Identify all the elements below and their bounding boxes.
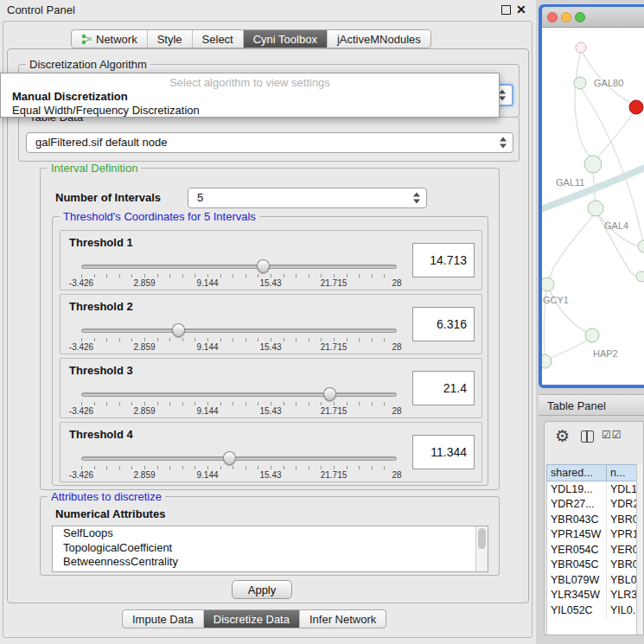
network-node[interactable] (588, 201, 603, 216)
network-edge (549, 214, 594, 280)
thresholds-group: Threshold's Coordinates for 5 Intervals … (52, 216, 488, 486)
attributes-list[interactable]: SelfLoopsTopologicalCoefficientBetweenne… (52, 526, 488, 572)
network-tab-icon (81, 34, 92, 45)
scale-label: 2.859 (133, 406, 155, 416)
tab-network[interactable]: Network (72, 30, 148, 48)
threshold-value-field[interactable]: 21.4 (412, 371, 475, 405)
table-row[interactable]: YLR345WYLR3... (547, 588, 641, 603)
threshold-value-field[interactable]: 14.713 (412, 243, 475, 277)
network-node[interactable] (584, 156, 602, 173)
table-row[interactable]: YBR045CYBR0... (547, 558, 641, 573)
column-header-shared-name[interactable]: shared... (546, 464, 607, 481)
dropdown-option-equal-width[interactable]: Equal Width/Frequency Discretization (1, 104, 499, 117)
table-cell[interactable]: YDL19... (547, 481, 607, 497)
table-cell[interactable]: YBR043C (547, 512, 607, 527)
columns-icon[interactable] (581, 430, 594, 443)
table-row[interactable]: YBL079WYBL0... (547, 572, 641, 588)
network-node[interactable] (542, 277, 554, 291)
slider-track[interactable] (81, 328, 397, 333)
network-node[interactable] (574, 77, 586, 89)
threshold-slider[interactable]: -3.4262.8599.14415.4321.71528 (81, 423, 397, 483)
gear-icon[interactable]: ⚙ (555, 426, 570, 446)
slider-scale: -3.4262.8599.14415.4321.71528 (81, 406, 397, 417)
threshold-value-field[interactable]: 11.344 (412, 435, 475, 469)
network-edge (581, 49, 632, 104)
node-label: GAL80 (594, 78, 623, 88)
network-canvas[interactable]: GAL80GAL11GAL4GCY1HAP2 (542, 28, 644, 385)
table-header-row: shared... n... (546, 464, 641, 481)
table-row[interactable]: YDL19...YDL1... (547, 481, 641, 497)
tab-style[interactable]: Style (148, 30, 193, 48)
network-node[interactable] (576, 42, 586, 53)
scale-label: 28 (392, 470, 401, 480)
desktop: Control Panel ✕ Network Sty (0, 0, 644, 644)
scale-label: -3.426 (69, 342, 93, 352)
tab-impute-data[interactable]: Impute Data (123, 610, 204, 628)
network-node[interactable] (542, 354, 552, 368)
table-cell[interactable]: YBR045C (547, 558, 607, 573)
table-cell[interactable]: YIL052C (547, 603, 607, 618)
apply-button[interactable]: Apply (232, 580, 292, 599)
minimize-traffic-light-icon[interactable] (561, 12, 571, 22)
slider-track[interactable] (81, 456, 397, 461)
table-cell[interactable]: YBL079W (547, 572, 607, 588)
table-cell[interactable]: YDR27... (547, 497, 607, 513)
dropdown-option-manual[interactable]: Manual Discretization (1, 90, 499, 103)
top-tab-bar: Network Style Select Cyni Toolbox jActiv… (71, 29, 431, 48)
table-cell[interactable]: YLR345W (547, 588, 607, 603)
table-row[interactable]: YPR145WYPR1... (547, 527, 641, 543)
table-cell[interactable]: YPR145W (547, 527, 607, 543)
zoom-traffic-light-icon[interactable] (575, 12, 585, 22)
tab-label: Select (202, 33, 233, 46)
tab-select[interactable]: Select (193, 30, 244, 48)
table-data-value: galFiltered.sif default node (35, 133, 167, 152)
table-row[interactable]: YDR27...YDR2... (547, 497, 641, 513)
table-row[interactable]: YER054CYER0... (547, 542, 641, 558)
network-node[interactable] (638, 240, 644, 252)
numerical-attributes-label: Numerical Attributes (55, 507, 165, 520)
table-row[interactable]: YIL052CYIL0... (547, 603, 641, 618)
table-body: YDL19...YDL1...YDR27...YDR2...YBR043CYBR… (546, 481, 641, 635)
threshold-value-field[interactable]: 6.316 (412, 307, 475, 341)
tab-cyni-toolbox[interactable]: Cyni Toolbox (244, 30, 328, 48)
table-panel-header[interactable]: Table Panel (539, 394, 644, 416)
tab-jactivemnodules[interactable]: jActiveMNodules (328, 30, 430, 48)
tab-infer-network[interactable]: Infer Network (300, 610, 386, 628)
close-traffic-light-icon[interactable] (547, 12, 558, 22)
list-scrollbar[interactable] (475, 526, 488, 571)
threshold-panel-2: Threshold 2 -3.4262.8599.14415.4321.7152… (60, 294, 482, 354)
close-window-icon[interactable]: ✕ (516, 3, 526, 16)
slider-thumb[interactable] (323, 387, 336, 401)
threshold-slider[interactable]: -3.4262.8599.14415.4321.71528 (81, 295, 397, 355)
network-window-titlebar[interactable] (542, 7, 644, 28)
scale-label: 9.144 (196, 342, 218, 352)
slider-track[interactable] (81, 392, 397, 397)
slider-thumb[interactable] (257, 259, 270, 273)
tab-discretize-data[interactable]: Discretize Data (204, 610, 300, 628)
table-scrollbar[interactable] (636, 464, 643, 635)
slider-track[interactable] (81, 265, 397, 269)
attribute-item[interactable]: SelfLoops (53, 526, 488, 541)
bottom-tab-bar: Impute Data Discretize Data Infer Networ… (122, 609, 386, 628)
attribute-item[interactable]: TopologicalCoefficient (53, 541, 488, 556)
network-node[interactable] (636, 271, 644, 282)
network-node[interactable] (585, 328, 599, 342)
float-window-icon[interactable] (501, 5, 511, 15)
scale-label: 2.859 (133, 470, 155, 480)
attribute-item[interactable]: BetweennessCentrality (53, 555, 488, 570)
table-data-group: Table Data galFiltered.sif default node (18, 117, 520, 162)
network-node[interactable] (629, 100, 643, 114)
num-intervals-combo[interactable]: 5 (188, 188, 427, 208)
network-graph: GAL80GAL11GAL4GCY1HAP2 (542, 28, 644, 385)
table-row[interactable]: YBR043CYBR0... (547, 512, 641, 527)
slider-ticks (81, 466, 397, 469)
select-columns-icon[interactable]: ☑☑ (602, 429, 622, 441)
slider-thumb[interactable] (223, 451, 236, 465)
threshold-slider[interactable]: -3.4262.8599.14415.4321.71528 (81, 231, 397, 291)
threshold-slider[interactable]: -3.4262.8599.14415.4321.71528 (81, 359, 397, 419)
scale-label: 15.43 (259, 470, 281, 480)
slider-thumb[interactable] (172, 323, 185, 337)
table-cell[interactable]: YER054C (547, 542, 607, 558)
combo-stepper-icon (413, 193, 421, 204)
table-data-combo[interactable]: galFiltered.sif default node (26, 132, 513, 153)
